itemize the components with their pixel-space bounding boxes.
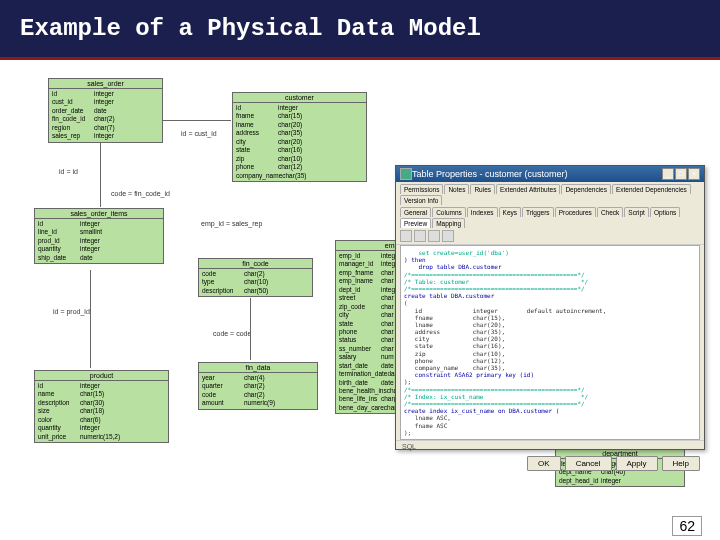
entity-column: colorchar(6) — [38, 416, 165, 424]
entity-column: zipchar(10) — [236, 155, 363, 163]
sql-line: set create=user_id('dba') — [404, 249, 696, 256]
entity-column: fin_code_idchar(2) — [52, 115, 159, 123]
tab-options[interactable]: Options — [650, 207, 680, 217]
tab-extended-dependencies[interactable]: Extended Dependencies — [612, 184, 691, 194]
tab-version-info[interactable]: Version Info — [400, 195, 442, 205]
tab-procedures[interactable]: Procedures — [555, 207, 596, 217]
entity-column: idinteger — [236, 104, 363, 112]
help-button[interactable]: Help — [662, 456, 700, 471]
entity-column: namechar(15) — [38, 390, 165, 398]
toolbar-icon[interactable] — [400, 230, 412, 242]
tab-check[interactable]: Check — [597, 207, 623, 217]
entity-title: sales_order — [49, 79, 162, 89]
entity-title: fin_code — [199, 259, 312, 269]
rel-label: emp_id = sales_rep — [200, 220, 263, 227]
tab-columns[interactable]: Columns — [432, 207, 466, 217]
close-button[interactable]: × — [688, 168, 700, 180]
sql-line: create index ix_cust_name on DBA.custome… — [404, 407, 696, 414]
ok-button[interactable]: OK — [527, 456, 561, 471]
entity-column: lnamechar(20) — [236, 121, 363, 129]
connector — [100, 143, 101, 207]
connector — [250, 298, 251, 360]
tab-triggers[interactable]: Triggers — [522, 207, 554, 217]
tab-rules[interactable]: Rules — [470, 184, 495, 194]
tab-mapping[interactable]: Mapping — [432, 218, 465, 228]
dialog-title: Table Properties - customer (customer) — [412, 169, 661, 179]
minimize-button[interactable]: _ — [662, 168, 674, 180]
entity-column: quarterchar(2) — [202, 382, 314, 390]
entity-column: dept_head_idinteger — [559, 477, 681, 485]
entity-column: order_datedate — [52, 107, 159, 115]
entity-column: cust_idinteger — [52, 98, 159, 106]
cancel-button[interactable]: Cancel — [565, 456, 612, 471]
tab-dependencies[interactable]: Dependencies — [561, 184, 611, 194]
connector — [90, 270, 91, 368]
tab-notes[interactable]: Notes — [444, 184, 469, 194]
sql-line: fname char(15), — [404, 314, 696, 321]
dialog-icon — [400, 168, 412, 180]
tab-general[interactable]: General — [400, 207, 431, 217]
sql-line: /* Index: ix_cust_name */ — [404, 393, 696, 400]
sql-line: city char(20), — [404, 335, 696, 342]
tab-keys[interactable]: Keys — [499, 207, 521, 217]
sql-line: constraint ASA62 primary key (id) — [404, 371, 696, 378]
slide-header: Example of a Physical Data Model — [0, 0, 720, 60]
page-number: 62 — [672, 516, 702, 536]
entity-title: product — [35, 371, 168, 381]
entity-column: amountnumeric(9) — [202, 399, 314, 407]
entity-column: prod_idinteger — [38, 237, 160, 245]
sql-line: phone char(12), — [404, 357, 696, 364]
toolbar-icon[interactable] — [442, 230, 454, 242]
table-properties-dialog[interactable]: Table Properties - customer (customer) _… — [395, 165, 705, 450]
connector — [163, 120, 231, 121]
sql-line: company_name char(35), — [404, 364, 696, 371]
entity-fin-data[interactable]: fin_data yearchar(4)quarterchar(2)codech… — [198, 362, 318, 410]
toolbar-icon[interactable] — [414, 230, 426, 242]
sql-line: ); — [404, 429, 696, 436]
entity-column: line_idsmallint — [38, 228, 160, 236]
maximize-button[interactable]: □ — [675, 168, 687, 180]
sql-line: drop table DBA.customer — [404, 263, 696, 270]
tab-extended-attributes[interactable]: Extended Attributes — [496, 184, 560, 194]
rel-label: code = code — [212, 330, 252, 337]
entity-column: quantityinteger — [38, 245, 160, 253]
tab-row-2: GeneralColumnsIndexesKeysTriggersProcedu… — [396, 205, 704, 228]
tab-preview[interactable]: Preview — [400, 218, 431, 228]
sql-preview-pane[interactable]: set create=user_id('dba')) then drop tab… — [400, 245, 700, 440]
entity-column: ship_datedate — [38, 254, 160, 262]
entity-title: sales_order_items — [35, 209, 163, 219]
entity-column: idinteger — [38, 220, 160, 228]
rel-label: id = cust_id — [180, 130, 218, 137]
rel-label: code = fin_code_id — [110, 190, 171, 197]
entity-column: codechar(2) — [202, 391, 314, 399]
apply-button[interactable]: Apply — [616, 456, 658, 471]
entity-column: fnamechar(15) — [236, 112, 363, 120]
entity-column: phonechar(12) — [236, 163, 363, 171]
sql-line: /*======================================… — [404, 271, 696, 278]
rel-label: id = prod_id — [52, 308, 91, 315]
entity-column: regionchar(7) — [52, 124, 159, 132]
entity-fin-code[interactable]: fin_code codechar(2)typechar(10)descript… — [198, 258, 313, 297]
tab-indexes[interactable]: Indexes — [467, 207, 498, 217]
toolbar-icon[interactable] — [428, 230, 440, 242]
tab-row-1: PermissionsNotesRulesExtended Attributes… — [396, 182, 704, 205]
tab-permissions[interactable]: Permissions — [400, 184, 443, 194]
sql-line: zip char(10), — [404, 350, 696, 357]
entity-column: codechar(2) — [202, 270, 309, 278]
sql-line: lname char(20), — [404, 321, 696, 328]
tab-script[interactable]: Script — [624, 207, 649, 217]
entity-product[interactable]: product idintegernamechar(15)description… — [34, 370, 169, 443]
sql-line: /*======================================… — [404, 386, 696, 393]
entity-sales-order[interactable]: sales_order idintegercust_idintegerorder… — [48, 78, 163, 143]
entity-column: typechar(10) — [202, 278, 309, 286]
dialog-titlebar[interactable]: Table Properties - customer (customer) _… — [396, 166, 704, 182]
entity-column: quantityinteger — [38, 424, 165, 432]
entity-sales-order-items[interactable]: sales_order_items idintegerline_idsmalli… — [34, 208, 164, 264]
entity-column: idinteger — [38, 382, 165, 390]
dialog-toolbar — [396, 228, 704, 245]
dialog-status: SQL — [396, 440, 704, 452]
entity-column: citychar(20) — [236, 138, 363, 146]
sql-line: fname ASC — [404, 422, 696, 429]
entity-title: customer — [233, 93, 366, 103]
entity-customer[interactable]: customer idintegerfnamechar(15)lnamechar… — [232, 92, 367, 182]
